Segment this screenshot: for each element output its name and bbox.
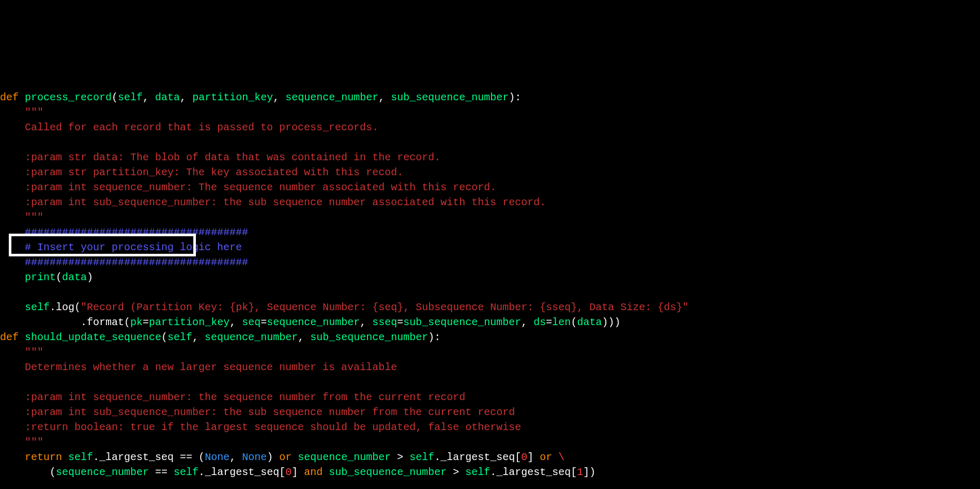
- code-line: :param str data: The blob of data that w…: [0, 150, 980, 165]
- code-token: or: [540, 451, 558, 463]
- code-lines: def process_record(self, data, partition…: [0, 90, 980, 480]
- code-token: sub_sequence_number: [403, 316, 521, 328]
- code-line: """: [0, 210, 980, 225]
- code-token: seq: [242, 316, 261, 328]
- code-line: [0, 135, 980, 150]
- code-token: print: [25, 271, 56, 283]
- code-token: and: [304, 466, 329, 478]
- code-token: None: [242, 451, 267, 463]
- code-line: :param int sequence_number: the sequence…: [0, 390, 980, 405]
- code-token: :param int sub_sequence_number: the sub …: [25, 196, 546, 208]
- code-token: """: [25, 436, 43, 448]
- code-token: self: [409, 451, 434, 463]
- code-token: ,: [378, 91, 391, 103]
- code-token: ]): [583, 466, 595, 478]
- code-token: sequence_number: [298, 451, 397, 463]
- code-token: self: [465, 466, 490, 478]
- code-token: .: [434, 451, 440, 463]
- code-line: ####################################: [0, 255, 980, 270]
- code-token: (: [74, 301, 81, 313]
- code-line: ####################################: [0, 225, 980, 240]
- code-token: sub_sequence_number: [310, 331, 428, 343]
- code-token: ####################################: [25, 226, 248, 238]
- code-token: self: [167, 331, 192, 343]
- code-line: (sequence_number == self._largest_seq[0]…: [0, 465, 980, 480]
- code-token: _largest_seq[: [496, 466, 577, 478]
- code-token: _largest_seq[: [205, 466, 285, 478]
- code-token: :: [515, 91, 521, 103]
- code-token: =: [546, 316, 552, 328]
- code-token: data: [62, 271, 87, 283]
- code-line: return self._largest_seq == (None, None)…: [0, 450, 980, 465]
- code-line: print(data): [0, 270, 980, 285]
- code-token: (: [112, 91, 118, 103]
- code-token: :param int sequence_number: the sequence…: [25, 391, 465, 403]
- code-line: :param int sub_sequence_number: the sub …: [0, 195, 980, 210]
- code-token: ]: [527, 451, 540, 463]
- code-token: _largest_seq: [99, 451, 180, 463]
- code-token: """: [25, 106, 43, 118]
- code-token: 1: [577, 466, 583, 478]
- code-token: .: [490, 466, 496, 478]
- code-token: (: [192, 451, 205, 463]
- code-token: data: [155, 91, 180, 103]
- code-token: ,: [192, 331, 205, 343]
- code-token: :return boolean: true if the largest seq…: [25, 421, 521, 433]
- code-token: :param str partition_key: The key associ…: [25, 166, 403, 178]
- code-line: """: [0, 435, 980, 450]
- code-token: (: [161, 331, 167, 343]
- code-line: [0, 375, 980, 390]
- code-token: self: [25, 301, 50, 313]
- code-token: or: [279, 451, 298, 463]
- code-token: ,: [521, 316, 533, 328]
- code-token: ): [87, 271, 93, 283]
- code-token: sub_sequence_number: [329, 466, 453, 478]
- code-line: :param int sub_sequence_number: the sub …: [0, 405, 980, 420]
- code-token: =: [261, 316, 267, 328]
- code-token: None: [205, 451, 229, 463]
- code-token: self: [68, 451, 93, 463]
- code-token: """: [25, 346, 43, 358]
- code-line: .format(pk=partition_key, seq=sequence_n…: [0, 315, 980, 330]
- code-token: >: [453, 466, 465, 478]
- code-token: data: [577, 316, 602, 328]
- code-token: ,: [143, 91, 155, 103]
- code-token: partition_key: [192, 91, 273, 103]
- code-token: 0: [521, 451, 527, 463]
- code-token: :param str data: The blob of data that w…: [25, 151, 440, 163]
- code-token: _largest_seq[: [440, 451, 521, 463]
- code-token: sequence_number: [267, 316, 360, 328]
- code-line: Determines whether a new larger sequence…: [0, 360, 980, 375]
- code-token: (: [56, 271, 62, 283]
- code-line: def process_record(self, data, partition…: [0, 90, 980, 105]
- code-token: =: [143, 316, 149, 328]
- code-token: ####################################: [25, 256, 248, 268]
- code-token: (: [571, 316, 577, 328]
- code-token: return: [25, 451, 68, 463]
- code-token: ,: [229, 451, 242, 463]
- code-token: len: [552, 316, 571, 328]
- code-token: pk: [130, 316, 143, 328]
- code-viewer: def process_record(self, data, partition…: [0, 60, 980, 489]
- code-line: [0, 285, 980, 300]
- code-token: .: [74, 316, 87, 328]
- code-token: # Insert your processing logic here: [25, 241, 242, 253]
- code-token: .: [93, 451, 99, 463]
- code-token: ds: [533, 316, 546, 328]
- code-token: self: [174, 466, 198, 478]
- code-token: Called for each record that is passed to…: [25, 121, 378, 133]
- code-token: ,: [229, 316, 242, 328]
- code-line: """: [0, 105, 980, 120]
- code-token: sequence_number: [285, 91, 378, 103]
- code-token: :param int sequence_number: The sequence…: [25, 181, 496, 193]
- code-line: :param str partition_key: The key associ…: [0, 165, 980, 180]
- code-line: def should_update_sequence(self, sequenc…: [0, 330, 980, 345]
- code-line: :param int sequence_number: The sequence…: [0, 180, 980, 195]
- code-token: [167, 466, 174, 478]
- code-token: sseq: [372, 316, 397, 328]
- code-token: ): [509, 91, 515, 103]
- code-line: # Insert your processing logic here: [0, 240, 980, 255]
- code-token: process_record: [25, 91, 112, 103]
- code-token: should_update_sequence: [25, 331, 161, 343]
- code-token: format: [87, 316, 124, 328]
